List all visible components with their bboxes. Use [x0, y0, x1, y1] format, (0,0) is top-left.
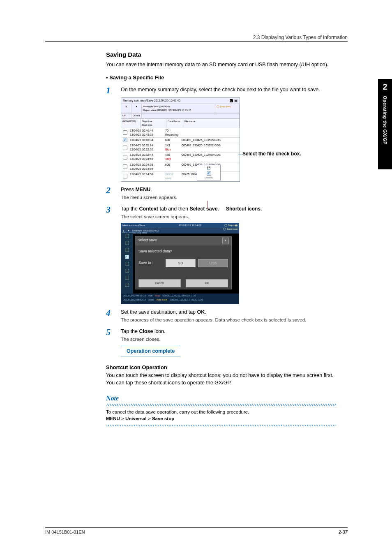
step-1: 1 On the memory summary display, select …	[106, 86, 336, 95]
running-header: 2.3 Displaying Various Types of Informat…	[253, 35, 348, 40]
row-checkbox[interactable]	[123, 130, 127, 135]
step-number-2: 2	[106, 186, 121, 195]
bgrow-f: 3600	[148, 298, 154, 302]
step-3-post: .	[218, 206, 219, 212]
bgrow-f: 956	[148, 294, 152, 298]
row-checkbox[interactable]	[123, 164, 127, 169]
callout-line-1	[238, 155, 242, 155]
msample-label: Msample data (006/400)	[143, 105, 214, 109]
step-2: 2 Press MENU. The menu screen appears.	[106, 186, 336, 201]
row-factor: 466	[165, 153, 179, 157]
row-start: 13/04/25 10:14:59	[130, 167, 163, 171]
shortcut-para-2: You can tap these shortcut icons to oper…	[106, 379, 336, 386]
callout-line-2	[208, 201, 208, 209]
saving-data-paragraph: You can save the internal memory data to…	[106, 61, 336, 68]
row-factor2: Recording	[165, 133, 179, 137]
chapter-number: 2	[378, 79, 392, 92]
note-path-3: Save stop	[152, 416, 174, 421]
step-4: 4 Set the save destination, and tap OK. …	[106, 308, 336, 324]
sd-button[interactable]: SD	[166, 259, 196, 267]
modal-question: Save selected data?	[135, 245, 231, 257]
callout-select-file: Select the file check box.	[242, 151, 301, 157]
select-save-modal: Select save × Save selected data? Save t…	[135, 236, 232, 289]
step-number-4: 4	[106, 308, 121, 317]
page-footer: IM 04L51B01-01EN 2-37	[45, 527, 348, 534]
operation-complete-box: Operation complete	[121, 346, 180, 356]
row-checkbox[interactable]	[123, 174, 127, 178]
table-row[interactable]: 13/04/25 10:14:58 Select save 30425 1004…	[121, 172, 240, 181]
modal-title: Select save	[138, 238, 157, 244]
table-row[interactable]: 13/04/25 10:32:4413/04/25 10:24:59 466St…	[121, 153, 240, 162]
row-factor: 600	[165, 138, 179, 142]
table-row[interactable]: 13/04/25 10:46:4413/04/25 10:45:35 70Rec…	[121, 128, 240, 138]
step-3-b1: Context	[139, 206, 158, 212]
shortcut-para-1: You can touch the screen to display shor…	[106, 372, 336, 379]
step-2-post: .	[150, 187, 152, 192]
row-start: 13/04/25 10:24:59	[130, 157, 163, 161]
row-stop: 13/04/25 10:35:14	[130, 143, 163, 148]
row-stop: 13/04/25 10:45:34	[130, 138, 163, 142]
up-label[interactable]: UP	[121, 113, 131, 118]
row-stop: 13/04/25 10:32:44	[130, 153, 163, 157]
row-checkbox[interactable]	[123, 155, 127, 160]
footer-page-number: 2-37	[339, 530, 348, 534]
ok-button[interactable]: OK	[186, 279, 228, 287]
note-path-2: Universal	[125, 416, 147, 421]
status-icons: D ▦	[230, 99, 238, 103]
counter-cell: (0006/0020)	[121, 119, 141, 127]
heading-saving-specific-file: • Saving a Specific File	[106, 74, 336, 82]
bgrow-time: 2012/12/12 08:50:19	[123, 298, 146, 302]
step-number-5: 5	[106, 328, 121, 337]
shot1-title: Memory summary/Save 2013/04/25 10:46:45	[123, 99, 180, 103]
table-row[interactable]: 13/04/25 10:45:34 600 000499_130425_1035…	[121, 138, 240, 143]
select-save-mini: Select save	[165, 173, 173, 180]
row-start: 13/04/25 10:32:52	[130, 148, 163, 152]
shortcut-popup[interactable]: 💾 Unselect	[197, 165, 221, 180]
step-2-bold: MENU	[135, 187, 150, 192]
note-path-1: MENU	[106, 416, 120, 421]
report-label: Report data (023/000)	[143, 109, 167, 111]
step-5-bold: Close	[139, 328, 153, 334]
row-stop: 13/04/25 10:24:58	[130, 163, 163, 167]
step-4-pre: Set the save destination, and tap	[121, 309, 197, 315]
chapter-label: Operating the GX/GP	[383, 96, 387, 145]
step-5-post: icon.	[153, 328, 166, 334]
shot2-disp-data: Disp data	[228, 224, 238, 227]
bgrow-time: 2012/12/12 09:06:15	[123, 294, 146, 298]
row-factor2: Stop	[165, 148, 179, 152]
col-start: Start time	[142, 124, 152, 126]
popup-checkbox[interactable]	[207, 171, 211, 176]
page-content: Saving Data You can save the internal me…	[106, 50, 336, 426]
bgrow-reason: Auto save	[156, 298, 167, 302]
heading-saving-data: Saving Data	[106, 50, 336, 59]
step-4-bold: OK	[197, 309, 205, 315]
row-start: 13/04/25 10:45:35	[130, 133, 163, 137]
step-3: 3 Tap the Context tab and then Select sa…	[106, 205, 336, 220]
table-row[interactable]: 13/04/25 10:24:5813/04/25 10:14:59 600 0…	[121, 162, 240, 172]
usb-button[interactable]: USB	[198, 259, 228, 267]
bgrow-fname: 000060_121212_075020.GDS	[170, 298, 203, 302]
bg-rows: 2012/12/12 09:06:15 956 Stop 000061_1212…	[121, 294, 239, 304]
row-checkbox-checked[interactable]	[123, 138, 127, 142]
callout-shortcut-icons: Shortcut icons.	[226, 206, 262, 212]
heading-saving-specific-file-text: Saving a Specific File	[109, 74, 164, 81]
shot2-title: Mem summary/Save	[122, 224, 145, 227]
close-icon[interactable]: ×	[222, 238, 229, 244]
cancel-button[interactable]: Cancel	[138, 279, 181, 287]
status-pill-d: D	[230, 99, 233, 103]
step-5-sub: The screen closes.	[121, 336, 336, 343]
bgrow-fname: 000061_121212_085020.GDS	[162, 294, 196, 298]
report-time: 2013/04/25 10:35:15	[168, 109, 191, 111]
table-row[interactable]: 13/04/25 10:35:1413/04/25 10:32:52 143St…	[121, 143, 240, 153]
row-fname: 000499_130425_103535.GDS	[180, 138, 240, 143]
col-filename: File name	[183, 119, 240, 127]
memory-summary-screenshot: Memory summary/Save 2013/04/25 10:46:45 …	[121, 97, 240, 182]
chapter-thumb-tab: 2 Operating the GX/GP	[378, 79, 392, 169]
step-2-sub: The menu screen appears.	[121, 194, 336, 201]
step-3-b2: Select save	[189, 206, 217, 212]
down-label[interactable]: DOWN	[131, 113, 142, 118]
col-factor: Data Factor	[166, 119, 183, 127]
row-checkbox[interactable]	[123, 146, 127, 150]
bgrow-reason: Stop	[155, 294, 160, 298]
save-to-label: Save to :	[138, 260, 163, 266]
